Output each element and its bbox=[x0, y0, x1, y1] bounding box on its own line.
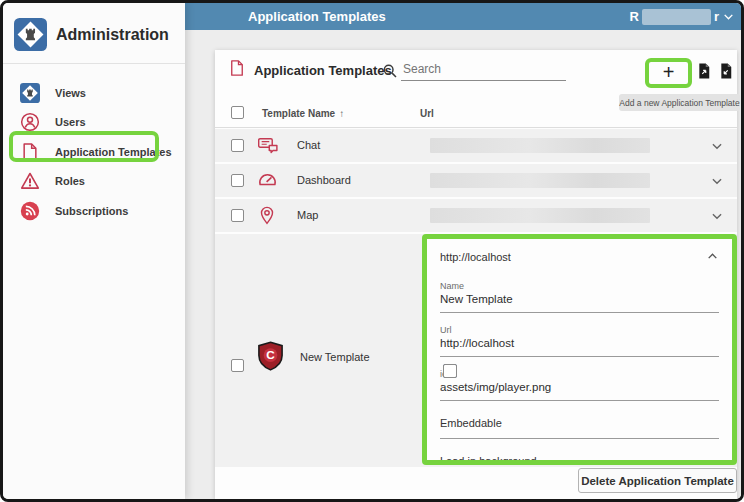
load-in-background-option: Load in background bbox=[440, 455, 719, 465]
select-all-checkbox[interactable] bbox=[231, 106, 244, 119]
sidebar-menu: Views Users bbox=[3, 78, 185, 226]
views-icon bbox=[20, 83, 40, 103]
svg-text:C: C bbox=[266, 348, 275, 362]
import-template-icon[interactable] bbox=[697, 62, 711, 80]
url-field[interactable]: http://localhost bbox=[440, 337, 719, 357]
chevron-down-icon bbox=[722, 10, 735, 23]
url-value-redacted bbox=[430, 138, 650, 153]
template-name: Chat bbox=[297, 139, 320, 151]
add-template-tooltip: Add a new Application Template bbox=[619, 94, 740, 111]
sidebar-item-label: Users bbox=[55, 116, 86, 128]
delete-application-template-button[interactable]: Delete Application Template bbox=[578, 468, 737, 493]
field-url: Url http://localhost bbox=[440, 325, 719, 357]
field-label: icon bbox=[440, 369, 719, 379]
editor-header-url: http://localhost bbox=[440, 251, 511, 263]
sidebar-item-subscriptions[interactable]: Subscriptions bbox=[3, 196, 185, 226]
user-name-suffix: r bbox=[714, 9, 719, 24]
map-pin-icon bbox=[257, 205, 279, 226]
table-row-dashboard[interactable]: Dashboard bbox=[215, 164, 737, 197]
sidebar-divider bbox=[3, 63, 185, 64]
user-name-redacted bbox=[642, 9, 711, 25]
sidebar-item-roles[interactable]: Roles bbox=[3, 167, 185, 197]
sidebar: Administration Views bbox=[3, 3, 185, 499]
rss-icon bbox=[20, 201, 40, 221]
app-header: Administration bbox=[14, 18, 169, 51]
template-name: Dashboard bbox=[297, 174, 351, 186]
row-checkbox[interactable] bbox=[231, 359, 244, 372]
chevron-down-icon[interactable] bbox=[710, 209, 724, 223]
chevron-up-icon[interactable] bbox=[706, 250, 719, 263]
export-template-icon[interactable] bbox=[719, 62, 733, 80]
template-name: Map bbox=[297, 209, 318, 221]
annotation-highlight-add: + bbox=[645, 58, 692, 88]
sort-ascending-icon: ↑ bbox=[339, 108, 344, 119]
app-title: Administration bbox=[56, 26, 169, 44]
card-title: Application Templates bbox=[254, 63, 392, 78]
app-logo-icon bbox=[14, 18, 47, 51]
user-name-prefix: R bbox=[630, 9, 639, 24]
shield-icon: C bbox=[257, 341, 284, 372]
chevron-down-icon[interactable] bbox=[710, 139, 724, 153]
row-checkbox[interactable] bbox=[231, 209, 244, 222]
document-icon bbox=[20, 142, 40, 162]
chevron-down-icon[interactable] bbox=[710, 174, 724, 188]
table-row-chat[interactable]: Chat bbox=[215, 129, 737, 162]
icon-field[interactable]: assets/img/player.png bbox=[440, 381, 719, 401]
dashboard-icon bbox=[257, 170, 279, 191]
annotation-highlight-editor: http://localhost Name New Template Url h… bbox=[422, 234, 737, 465]
name-field[interactable]: New Template bbox=[440, 293, 719, 313]
load-in-background-checkbox[interactable] bbox=[443, 364, 457, 378]
sidebar-item-label: Application Templates bbox=[55, 146, 172, 158]
field-name: Name New Template bbox=[440, 281, 719, 313]
user-menu[interactable]: R r bbox=[630, 9, 735, 25]
app-window: Administration Views bbox=[0, 0, 744, 502]
sidebar-item-views[interactable]: Views bbox=[3, 78, 185, 108]
row-checkbox[interactable] bbox=[231, 139, 244, 152]
application-templates-card: Application Templates + Add a new Applic… bbox=[215, 50, 737, 499]
page-title: Application Templates bbox=[248, 9, 386, 24]
url-value-redacted bbox=[430, 208, 650, 223]
warning-triangle-icon bbox=[20, 171, 40, 191]
row-checkbox[interactable] bbox=[231, 174, 244, 187]
add-template-button[interactable]: + bbox=[663, 62, 675, 82]
sidebar-item-users[interactable]: Users bbox=[3, 108, 185, 138]
field-label: Url bbox=[440, 325, 719, 335]
document-icon bbox=[228, 57, 246, 79]
checkbox-label: Embeddable bbox=[440, 417, 502, 429]
template-name: New Template bbox=[300, 351, 370, 363]
checkbox-label: Load in background bbox=[440, 455, 537, 465]
embeddable-option: Embeddable bbox=[440, 417, 719, 439]
column-header-template-name[interactable]: Template Name↑ bbox=[262, 108, 344, 119]
url-value-redacted bbox=[430, 173, 650, 188]
field-icon: icon assets/img/player.png bbox=[440, 369, 719, 401]
sidebar-item-label: Subscriptions bbox=[55, 205, 128, 217]
column-header-url[interactable]: Url bbox=[420, 108, 434, 119]
table-row-new-template[interactable]: C New Template http://localhost Name New… bbox=[215, 234, 737, 467]
topbar: Application Templates R r bbox=[185, 3, 744, 30]
sidebar-item-label: Roles bbox=[55, 175, 85, 187]
chat-icon bbox=[257, 135, 279, 156]
table-row-map[interactable]: Map bbox=[215, 199, 737, 232]
search-input[interactable] bbox=[401, 60, 566, 81]
sidebar-item-application-templates[interactable]: Application Templates bbox=[3, 137, 185, 167]
field-label: Name bbox=[440, 281, 719, 291]
sidebar-item-label: Views bbox=[55, 87, 86, 99]
search-icon bbox=[382, 63, 398, 79]
editor-header[interactable]: http://localhost bbox=[427, 239, 732, 273]
users-icon bbox=[20, 112, 40, 132]
content-area: Application Templates + Add a new Applic… bbox=[185, 30, 744, 499]
